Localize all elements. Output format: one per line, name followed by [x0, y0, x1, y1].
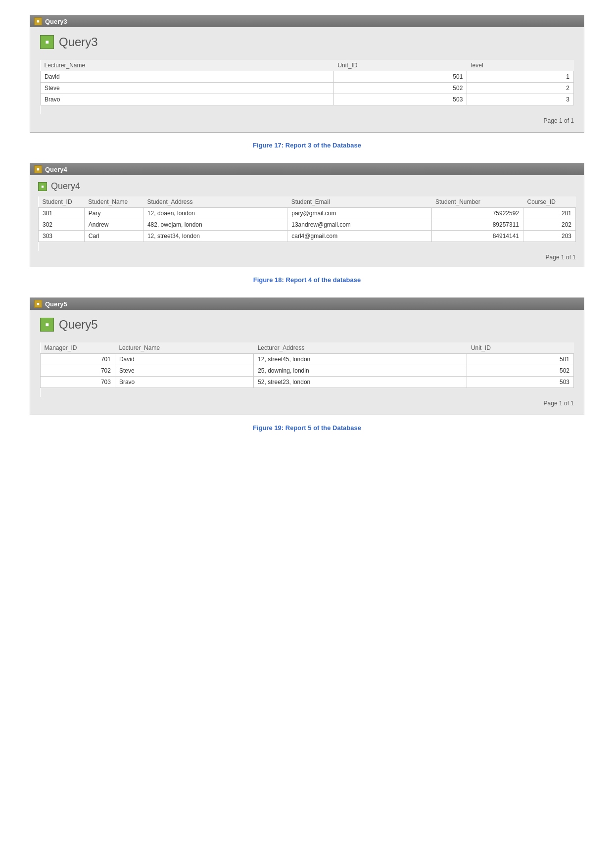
q5-lecturer-address: 52, street23, london	[254, 377, 467, 388]
q4-student-name: Pary	[84, 208, 143, 219]
query5-title-bar: ■ Query5	[30, 298, 584, 310]
query5-window: ■ Query5 ■ Query5 Manager_ID Lecturer_Na…	[30, 297, 584, 415]
q4-student-email: 13andrew@gmail.com	[287, 219, 431, 231]
table-row: 702 Steve 25, downing, londin 502	[41, 365, 574, 377]
q3-lecturer-name: Bravo	[41, 94, 334, 105]
query5-col-unit-id: Unit_ID	[467, 342, 574, 354]
query3-header: ■ Query3	[40, 35, 574, 53]
query3-report-title: Query3	[59, 35, 98, 49]
query3-caption: Figure 17: Report 3 of the Database	[30, 142, 584, 149]
q3-unit-id: 501	[333, 71, 467, 83]
table-row: 303 Carl 12, street34, london carl4@gmai…	[39, 231, 576, 242]
query4-pagination: Page 1 of 1	[38, 251, 576, 262]
query5-report-title: Query5	[59, 318, 98, 332]
query4-col-student-number: Student_Number	[431, 196, 523, 208]
query3-col-level: level	[467, 60, 574, 71]
table-row: 302 Andrew 482, owejam, london 13andrew@…	[39, 219, 576, 231]
query5-header: ■ Query5	[40, 318, 574, 336]
query3-title-label: Query3	[45, 18, 67, 25]
query3-col-unit-id: Unit_ID	[333, 60, 467, 71]
query5-title-icon: ■	[34, 300, 42, 308]
q5-spacer	[41, 388, 574, 397]
q4-student-number: 89257311	[431, 219, 523, 231]
query3-pagination: Page 1 of 1	[40, 114, 574, 125]
q5-manager-id: 701	[41, 354, 115, 365]
query5-col-lecturer-name: Lecturer_Name	[115, 342, 253, 354]
q3-level: 2	[467, 83, 574, 94]
q3-unit-id: 503	[333, 94, 467, 105]
q5-lecturer-address: 25, downing, londin	[254, 365, 467, 377]
query4-col-student-name: Student_Name	[84, 196, 143, 208]
q5-manager-id: 702	[41, 365, 115, 377]
q5-unit-id: 501	[467, 354, 574, 365]
q5-lecturer-name: David	[115, 354, 253, 365]
query4-title-label: Query4	[45, 166, 67, 173]
query5-inner: ■ Query5 Manager_ID Lecturer_Name Lectur…	[30, 310, 584, 415]
query4-title-bar: ■ Query4	[30, 163, 584, 175]
q3-lecturer-name: Steve	[41, 83, 334, 94]
query4-window: ■ Query4 ■ Query4 Student_ID Student_Nam…	[30, 163, 584, 267]
q4-course-id: 201	[523, 208, 576, 219]
q5-unit-id: 502	[467, 365, 574, 377]
table-row: David 501 1	[41, 71, 574, 83]
query3-title-icon: ■	[34, 17, 42, 25]
q3-unit-id: 502	[333, 83, 467, 94]
q4-student-id: 302	[39, 219, 85, 231]
q4-student-address: 12, street34, london	[143, 231, 287, 242]
q5-lecturer-address: 12, street45, london	[254, 354, 467, 365]
q4-student-number: 84914141	[431, 231, 523, 242]
query4-col-student-address: Student_Address	[143, 196, 287, 208]
q3-level: 1	[467, 71, 574, 83]
query5-col-lecturer-address: Lecturer_Address	[254, 342, 467, 354]
q4-course-id: 203	[523, 231, 576, 242]
table-row: Bravo 503 3	[41, 94, 574, 105]
q4-student-email: pary@gmail.com	[287, 208, 431, 219]
query4-table: Student_ID Student_Name Student_Address …	[38, 196, 576, 251]
query5-col-manager-id: Manager_ID	[41, 342, 115, 354]
query3-table: Lecturer_Name Unit_ID level David 501 1 …	[40, 60, 574, 114]
table-row: 701 David 12, street45, london 501	[41, 354, 574, 365]
q4-student-id: 301	[39, 208, 85, 219]
q4-course-id: 202	[523, 219, 576, 231]
query5-pagination: Page 1 of 1	[40, 397, 574, 408]
query4-col-student-id: Student_ID	[39, 196, 85, 208]
q5-lecturer-name: Steve	[115, 365, 253, 377]
query5-table: Manager_ID Lecturer_Name Lecturer_Addres…	[40, 342, 574, 397]
query4-inner: ■ Query4 Student_ID Student_Name Student…	[30, 175, 584, 267]
q4-student-address: 12, doaen, london	[143, 208, 287, 219]
q4-student-name: Carl	[84, 231, 143, 242]
query4-col-course-id: Course_ID	[523, 196, 576, 208]
q3-level: 3	[467, 94, 574, 105]
table-row: 301 Pary 12, doaen, london pary@gmail.co…	[39, 208, 576, 219]
query5-header-icon: ■	[40, 318, 54, 332]
q4-student-address: 482, owejam, london	[143, 219, 287, 231]
query4-header-icon: ■	[38, 182, 47, 191]
query3-col-lecturer-name: Lecturer_Name	[41, 60, 334, 71]
q4-spacer	[39, 242, 576, 251]
table-row: 703 Bravo 52, street23, london 503	[41, 377, 574, 388]
q3-spacer	[41, 105, 574, 115]
q4-student-email: carl4@gmail.com	[287, 231, 431, 242]
q5-unit-id: 503	[467, 377, 574, 388]
q3-lecturer-name: David	[41, 71, 334, 83]
query4-col-student-email: Student_Email	[287, 196, 431, 208]
query4-title-icon: ■	[34, 165, 42, 173]
query5-title-label: Query5	[45, 300, 67, 308]
query3-inner: ■ Query3 Lecturer_Name Unit_ID level Dav…	[30, 27, 584, 132]
query3-header-icon: ■	[40, 35, 54, 49]
q4-student-id: 303	[39, 231, 85, 242]
query4-report-title: Query4	[51, 181, 80, 192]
q5-manager-id: 703	[41, 377, 115, 388]
q5-lecturer-name: Bravo	[115, 377, 253, 388]
table-row: Steve 502 2	[41, 83, 574, 94]
q4-student-number: 75922592	[431, 208, 523, 219]
query4-caption: Figure 18: Report 4 of the database	[30, 276, 584, 284]
query3-window: ■ Query3 ■ Query3 Lecturer_Name Unit_ID …	[30, 15, 584, 133]
query5-caption: Figure 19: Report 5 of the Database	[30, 424, 584, 432]
query3-title-bar: ■ Query3	[30, 15, 584, 27]
q4-student-name: Andrew	[84, 219, 143, 231]
